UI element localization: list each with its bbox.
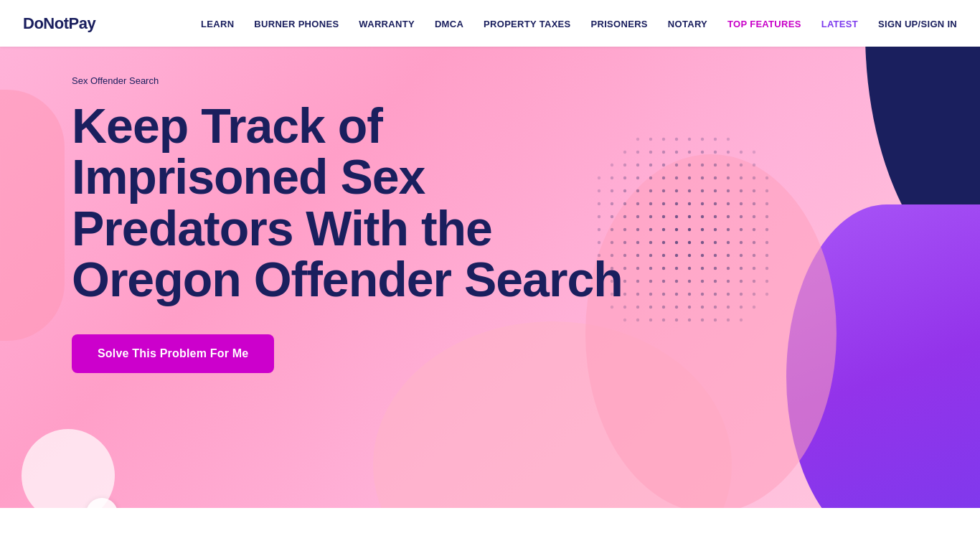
nav-prisoners[interactable]: PRISONERS: [591, 19, 648, 29]
breadcrumb: Sex Offender Search: [72, 75, 631, 86]
hero-content: Sex Offender Search Keep Track of Impris…: [72, 75, 631, 373]
nav-warranty[interactable]: WARRANTY: [359, 19, 415, 29]
navbar: DoNotPay LEARN BURNER PHONES WARRANTY DM…: [0, 0, 980, 47]
nav-dmca[interactable]: DMCA: [435, 19, 463, 29]
bottom-strip: [0, 508, 980, 551]
nav-learn[interactable]: LEARN: [201, 19, 234, 29]
decorative-shape-left: [0, 90, 65, 341]
cta-button[interactable]: Solve This Problem For Me: [72, 334, 274, 373]
nav-signin[interactable]: SIGN UP/SIGN IN: [878, 19, 957, 29]
nav-notary[interactable]: NOTARY: [668, 19, 707, 29]
site-logo[interactable]: DoNotPay: [23, 14, 95, 33]
hero-section: Sex Offender Search Keep Track of Impris…: [0, 47, 980, 551]
nav-burner-phones[interactable]: BURNER PHONES: [254, 19, 339, 29]
hero-title: Keep Track of Imprisoned Sex Predators W…: [72, 100, 631, 306]
nav-property-taxes[interactable]: PROPERTY TAXES: [484, 19, 570, 29]
nav-links: LEARN BURNER PHONES WARRANTY DMCA PROPER…: [201, 17, 957, 30]
nav-top-features[interactable]: TOP FEATURES: [727, 19, 801, 29]
nav-latest[interactable]: LATEST: [821, 19, 858, 29]
